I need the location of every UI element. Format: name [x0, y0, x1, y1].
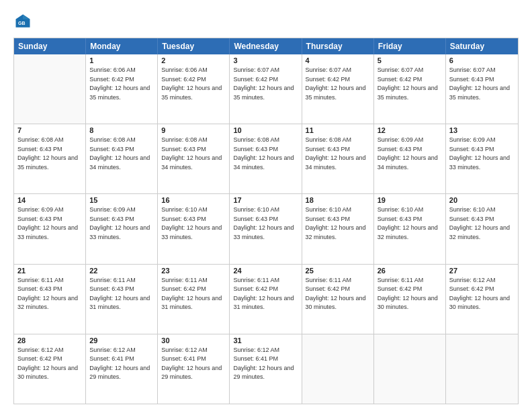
- day-info: Sunrise: 6:12 AMSunset: 6:41 PMDaylight:…: [89, 346, 154, 382]
- day-info: Sunrise: 6:09 AMSunset: 6:43 PMDaylight:…: [449, 136, 515, 172]
- calendar-cell: 20Sunrise: 6:10 AMSunset: 6:43 PMDayligh…: [446, 194, 518, 263]
- day-info: Sunrise: 6:10 AMSunset: 6:43 PMDaylight:…: [449, 205, 515, 242]
- calendar-cell: 4Sunrise: 6:07 AMSunset: 6:42 PMDaylight…: [302, 54, 374, 124]
- day-info: Sunrise: 6:12 AMSunset: 6:41 PMDaylight:…: [161, 346, 226, 382]
- logo-icon: GB: [13, 12, 32, 31]
- calendar-cell: 3Sunrise: 6:07 AMSunset: 6:42 PMDaylight…: [230, 54, 302, 124]
- day-number: 13: [449, 126, 515, 134]
- day-info: Sunrise: 6:10 AMSunset: 6:43 PMDaylight:…: [378, 205, 442, 242]
- day-info: Sunrise: 6:11 AMSunset: 6:43 PMDaylight:…: [89, 276, 154, 312]
- calendar-cell: 26Sunrise: 6:11 AMSunset: 6:42 PMDayligh…: [374, 265, 446, 334]
- day-number: 31: [233, 336, 298, 345]
- day-number: 1: [89, 56, 154, 64]
- calendar-cell: [374, 334, 446, 404]
- calendar-cell: 8Sunrise: 6:08 AMSunset: 6:43 PMDaylight…: [86, 124, 158, 193]
- calendar-cell: 2Sunrise: 6:06 AMSunset: 6:42 PMDaylight…: [158, 54, 230, 124]
- calendar-cell: 14Sunrise: 6:09 AMSunset: 6:43 PMDayligh…: [14, 194, 86, 263]
- calendar-cell: 25Sunrise: 6:11 AMSunset: 6:42 PMDayligh…: [302, 265, 374, 334]
- day-number: 4: [306, 56, 370, 64]
- calendar-body: 1Sunrise: 6:06 AMSunset: 6:42 PMDaylight…: [14, 54, 518, 404]
- day-info: Sunrise: 6:07 AMSunset: 6:42 PMDaylight:…: [378, 66, 442, 102]
- day-info: Sunrise: 6:08 AMSunset: 6:43 PMDaylight:…: [161, 136, 226, 172]
- svg-text:GB: GB: [18, 21, 26, 26]
- day-number: 27: [449, 267, 515, 275]
- weekday-header-wednesday: Wednesday: [230, 38, 302, 54]
- calendar-cell: 18Sunrise: 6:10 AMSunset: 6:43 PMDayligh…: [302, 194, 374, 263]
- calendar-row-3: 14Sunrise: 6:09 AMSunset: 6:43 PMDayligh…: [14, 193, 518, 263]
- calendar-cell: 15Sunrise: 6:09 AMSunset: 6:43 PMDayligh…: [86, 194, 158, 263]
- calendar-cell: 31Sunrise: 6:12 AMSunset: 6:41 PMDayligh…: [230, 334, 302, 404]
- calendar-row-1: 1Sunrise: 6:06 AMSunset: 6:42 PMDaylight…: [14, 54, 518, 124]
- weekday-header-saturday: Saturday: [446, 38, 518, 54]
- calendar-row-5: 28Sunrise: 6:12 AMSunset: 6:42 PMDayligh…: [14, 334, 518, 404]
- day-info: Sunrise: 6:12 AMSunset: 6:41 PMDaylight:…: [233, 346, 298, 382]
- day-info: Sunrise: 6:12 AMSunset: 6:42 PMDaylight:…: [17, 346, 82, 382]
- calendar-cell: 29Sunrise: 6:12 AMSunset: 6:41 PMDayligh…: [86, 334, 158, 404]
- calendar-row-4: 21Sunrise: 6:11 AMSunset: 6:43 PMDayligh…: [14, 264, 518, 334]
- day-info: Sunrise: 6:07 AMSunset: 6:42 PMDaylight:…: [233, 66, 298, 102]
- day-number: 10: [233, 126, 298, 134]
- day-info: Sunrise: 6:11 AMSunset: 6:43 PMDaylight:…: [17, 276, 82, 312]
- day-info: Sunrise: 6:08 AMSunset: 6:43 PMDaylight:…: [17, 136, 82, 172]
- day-number: 16: [161, 196, 226, 204]
- day-info: Sunrise: 6:08 AMSunset: 6:43 PMDaylight:…: [306, 136, 370, 172]
- day-info: Sunrise: 6:10 AMSunset: 6:43 PMDaylight:…: [233, 205, 298, 242]
- calendar-cell: 7Sunrise: 6:08 AMSunset: 6:43 PMDaylight…: [14, 124, 86, 193]
- calendar-cell: 12Sunrise: 6:09 AMSunset: 6:43 PMDayligh…: [374, 124, 446, 193]
- day-info: Sunrise: 6:10 AMSunset: 6:43 PMDaylight:…: [306, 205, 370, 242]
- day-info: Sunrise: 6:09 AMSunset: 6:43 PMDaylight:…: [17, 205, 82, 242]
- day-info: Sunrise: 6:09 AMSunset: 6:43 PMDaylight:…: [378, 136, 442, 172]
- weekday-header-monday: Monday: [86, 38, 158, 54]
- day-info: Sunrise: 6:10 AMSunset: 6:43 PMDaylight:…: [161, 205, 226, 242]
- calendar-cell: 24Sunrise: 6:11 AMSunset: 6:42 PMDayligh…: [230, 265, 302, 334]
- calendar-cell: 6Sunrise: 6:07 AMSunset: 6:43 PMDaylight…: [446, 54, 518, 124]
- day-number: 12: [378, 126, 442, 134]
- day-info: Sunrise: 6:08 AMSunset: 6:43 PMDaylight:…: [233, 136, 298, 172]
- day-info: Sunrise: 6:11 AMSunset: 6:42 PMDaylight:…: [233, 276, 298, 312]
- calendar-header: SundayMondayTuesdayWednesdayThursdayFrid…: [14, 38, 518, 54]
- day-info: Sunrise: 6:07 AMSunset: 6:43 PMDaylight:…: [449, 66, 515, 102]
- calendar-cell: 5Sunrise: 6:07 AMSunset: 6:42 PMDaylight…: [374, 54, 446, 124]
- calendar-row-2: 7Sunrise: 6:08 AMSunset: 6:43 PMDaylight…: [14, 124, 518, 193]
- day-number: 21: [17, 267, 82, 275]
- calendar-cell: 10Sunrise: 6:08 AMSunset: 6:43 PMDayligh…: [230, 124, 302, 193]
- day-number: 24: [233, 267, 298, 275]
- calendar-cell: 16Sunrise: 6:10 AMSunset: 6:43 PMDayligh…: [158, 194, 230, 263]
- calendar-cell: 11Sunrise: 6:08 AMSunset: 6:43 PMDayligh…: [302, 124, 374, 193]
- day-number: 30: [161, 336, 226, 345]
- day-number: 20: [449, 196, 515, 204]
- logo: GB: [13, 12, 35, 31]
- weekday-header-friday: Friday: [374, 38, 446, 54]
- day-info: Sunrise: 6:07 AMSunset: 6:42 PMDaylight:…: [306, 66, 370, 102]
- calendar-cell: 1Sunrise: 6:06 AMSunset: 6:42 PMDaylight…: [86, 54, 158, 124]
- calendar-cell: 27Sunrise: 6:12 AMSunset: 6:42 PMDayligh…: [446, 265, 518, 334]
- header: GB: [13, 12, 519, 31]
- day-number: 15: [89, 196, 154, 204]
- calendar-cell: 21Sunrise: 6:11 AMSunset: 6:43 PMDayligh…: [14, 265, 86, 334]
- day-number: 2: [161, 56, 226, 64]
- day-info: Sunrise: 6:09 AMSunset: 6:43 PMDaylight:…: [89, 205, 154, 242]
- day-number: 17: [233, 196, 298, 204]
- day-info: Sunrise: 6:12 AMSunset: 6:42 PMDaylight:…: [449, 276, 515, 312]
- day-number: 22: [89, 267, 154, 275]
- day-info: Sunrise: 6:11 AMSunset: 6:42 PMDaylight:…: [161, 276, 226, 312]
- weekday-header-tuesday: Tuesday: [158, 38, 230, 54]
- day-number: 5: [378, 56, 442, 64]
- calendar-cell: [446, 334, 518, 404]
- calendar-cell: 22Sunrise: 6:11 AMSunset: 6:43 PMDayligh…: [86, 265, 158, 334]
- day-info: Sunrise: 6:06 AMSunset: 6:42 PMDaylight:…: [89, 66, 154, 102]
- calendar-cell: 28Sunrise: 6:12 AMSunset: 6:42 PMDayligh…: [14, 334, 86, 404]
- weekday-header-sunday: Sunday: [14, 38, 86, 54]
- day-info: Sunrise: 6:11 AMSunset: 6:42 PMDaylight:…: [306, 276, 370, 312]
- day-info: Sunrise: 6:06 AMSunset: 6:42 PMDaylight:…: [161, 66, 226, 102]
- day-number: 14: [17, 196, 82, 204]
- calendar-cell: 30Sunrise: 6:12 AMSunset: 6:41 PMDayligh…: [158, 334, 230, 404]
- day-info: Sunrise: 6:08 AMSunset: 6:43 PMDaylight:…: [89, 136, 154, 172]
- calendar-cell: 17Sunrise: 6:10 AMSunset: 6:43 PMDayligh…: [230, 194, 302, 263]
- day-number: 29: [89, 336, 154, 345]
- day-number: 23: [161, 267, 226, 275]
- calendar-cell: 13Sunrise: 6:09 AMSunset: 6:43 PMDayligh…: [446, 124, 518, 193]
- weekday-header-thursday: Thursday: [302, 38, 374, 54]
- day-info: Sunrise: 6:11 AMSunset: 6:42 PMDaylight:…: [378, 276, 442, 312]
- svg-marker-1: [23, 15, 30, 19]
